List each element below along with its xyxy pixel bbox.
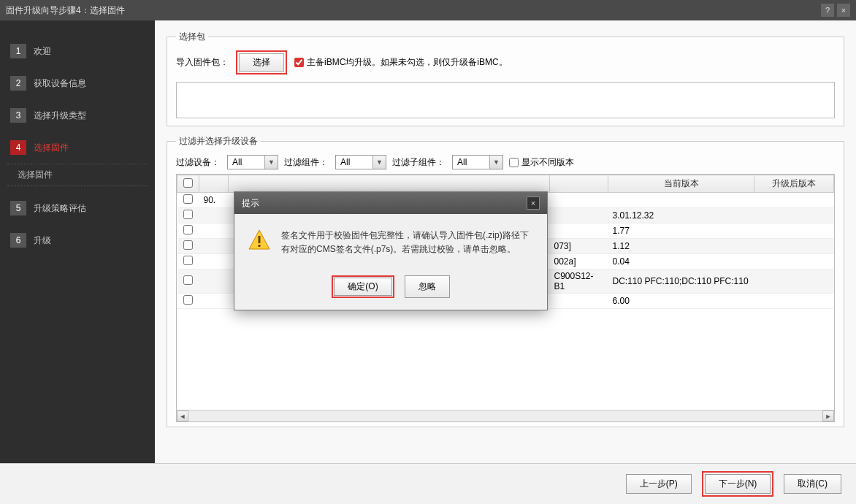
next-button[interactable]: 下一步(N) [705, 474, 771, 494]
dialog-titlebar: 提示 × [234, 192, 547, 214]
show-diff-version-label: 显示不同版本 [521, 156, 574, 169]
row-checkbox[interactable] [183, 240, 193, 250]
close-button[interactable]: × [837, 4, 850, 17]
import-package-label: 导入固件包： [176, 56, 229, 69]
filter-component-combo[interactable]: All ▼ [335, 155, 386, 169]
header-checkbox[interactable] [177, 175, 199, 193]
svg-rect-2 [259, 245, 261, 247]
header-blank1 [199, 175, 229, 193]
titlebar: 固件升级向导步骤4：选择固件 ? × [0, 0, 856, 20]
filter-component-label: 过滤组件： [284, 156, 328, 169]
dialog-close-button[interactable]: × [527, 196, 540, 210]
row-checkbox[interactable] [183, 275, 193, 285]
window-title: 固件升级向导步骤4：选择固件 [6, 4, 125, 17]
chevron-down-icon: ▼ [264, 156, 278, 169]
wizard-sidebar: 1 欢迎 2 获取设备信息 3 选择升级类型 4 选择固件 选择固件 5 升级策… [0, 20, 155, 463]
header-upgraded-version: 升级后版本 [754, 175, 834, 193]
dialog-ignore-button[interactable]: 忽略 [405, 275, 450, 298]
substep-select-firmware: 选择固件 [7, 164, 148, 186]
row-checkbox[interactable] [183, 210, 193, 219]
row-checkbox[interactable] [183, 256, 193, 265]
wizard-footer: 上一步(P) 下一步(N) 取消(C) [0, 463, 856, 504]
prev-button[interactable]: 上一步(P) [626, 474, 692, 494]
select-package-fieldset: 选择包 导入固件包： 选择 主备iBMC均升级。如果未勾选，则仅升级备iBMC。 [167, 31, 844, 126]
row-checkbox[interactable] [183, 225, 193, 234]
step-welcome[interactable]: 1 欢迎 [0, 35, 155, 67]
dialog-ok-button[interactable]: 确定(O) [334, 278, 391, 296]
step-select-upgrade-type[interactable]: 3 选择升级类型 [0, 99, 155, 131]
filter-subcomponent-label: 过滤子组件： [392, 156, 445, 169]
row-checkbox[interactable] [183, 194, 193, 204]
header-current-version: 当前版本 [608, 175, 754, 193]
step-select-firmware[interactable]: 4 选择固件 [0, 131, 155, 164]
step-get-device-info[interactable]: 2 获取设备信息 [0, 67, 155, 99]
filter-device-label: 过滤设备： [176, 156, 220, 169]
ibmc-checkbox-label: 主备iBMC均升级。如果未勾选，则仅升级备iBMC。 [307, 56, 508, 69]
filter-subcomponent-combo[interactable]: All ▼ [452, 155, 503, 169]
ibmc-checkbox-row[interactable]: 主备iBMC均升级。如果未勾选，则仅升级备iBMC。 [294, 56, 508, 69]
header-blank3 [550, 175, 608, 193]
warning-icon [248, 229, 271, 252]
svg-rect-1 [259, 236, 261, 243]
dialog-message: 签名文件用于校验固件包完整性，请确认导入固件包(.zip)路径下有对应的CMS签… [281, 229, 534, 256]
step-upgrade[interactable]: 6 升级 [0, 224, 155, 256]
scroll-right-icon[interactable]: ► [822, 411, 834, 421]
step-upgrade-policy-eval[interactable]: 5 升级策略评估 [0, 192, 155, 224]
row-checkbox[interactable] [183, 295, 193, 305]
show-diff-version-row[interactable]: 显示不同版本 [509, 156, 574, 169]
chevron-down-icon: ▼ [489, 156, 502, 169]
prompt-dialog: 提示 × 签名文件用于校验固件包完整性，请确认导入固件包(.zip)路径下有对应… [234, 191, 548, 310]
select-file-button[interactable]: 选择 [239, 53, 284, 72]
show-diff-version-checkbox[interactable] [509, 158, 519, 167]
header-blank2 [229, 175, 550, 193]
filter-devices-legend: 过滤并选择升级设备 [176, 135, 261, 148]
dialog-title-text: 提示 [242, 197, 259, 210]
help-button[interactable]: ? [821, 4, 834, 17]
chevron-down-icon: ▼ [372, 156, 386, 169]
cancel-button[interactable]: 取消(C) [784, 474, 841, 494]
select-package-legend: 选择包 [176, 31, 208, 43]
package-path-box[interactable] [176, 82, 835, 118]
horizontal-scrollbar[interactable]: ◄ ► [177, 410, 834, 421]
ibmc-upgrade-checkbox[interactable] [294, 58, 304, 67]
scroll-left-icon[interactable]: ◄ [177, 411, 188, 421]
filter-device-combo[interactable]: All ▼ [227, 155, 278, 169]
